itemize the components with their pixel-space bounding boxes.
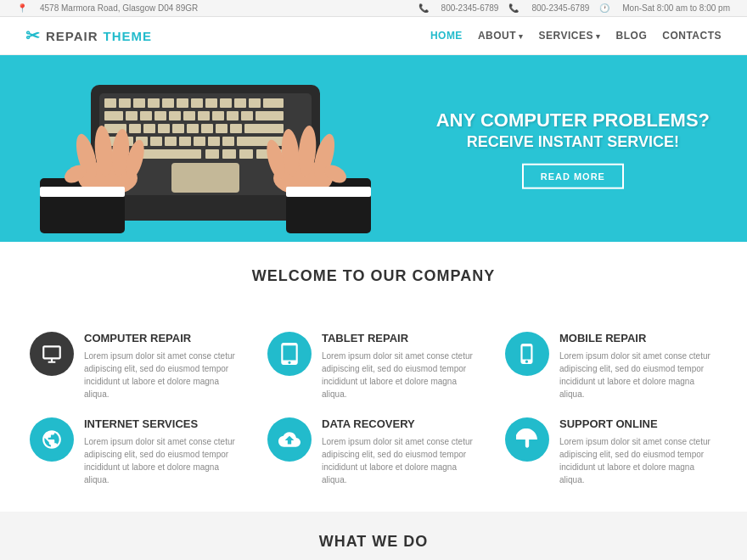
support-content: SUPPORT ONLINE Lorem ipsum dolor sit ame…: [559, 417, 717, 486]
tablet-repair-title: TABLET REPAIR: [322, 332, 480, 344]
svg-rect-18: [169, 111, 181, 120]
svg-rect-9: [205, 98, 217, 108]
welcome-section: WELCOME TO OUR COMPANY: [0, 242, 747, 323]
service-mobile-repair: MOBILE REPAIR Lorem ipsum dolor sit amet…: [501, 323, 722, 409]
svg-rect-28: [158, 124, 170, 133]
header: ✂ REPAIR THEME HOME ABOUT SERVICES BLOG …: [0, 17, 747, 55]
svg-rect-48: [239, 149, 253, 159]
svg-rect-7: [177, 98, 188, 108]
svg-rect-32: [216, 124, 227, 133]
svg-rect-2: [104, 98, 116, 108]
svg-rect-33: [230, 124, 242, 133]
computer-icon: [41, 343, 63, 365]
mobile-repair-icon-circle: [505, 332, 549, 376]
top-bar-right: 📞 800-2345-6789 📞 800-2345-6789 🕐 Mon-Sa…: [418, 3, 730, 13]
logo: ✂ REPAIR THEME: [25, 25, 152, 46]
hero-text-block: ANY COMPUTER PROBLEMS? RECEIVE INSTANT S…: [436, 109, 710, 189]
internet-text: Lorem ipsum dolor sit amet conse ctetur …: [84, 435, 242, 486]
data-recovery-text: Lorem ipsum dolor sit amet conse ctetur …: [322, 435, 480, 486]
svg-rect-6: [162, 98, 174, 108]
svg-rect-24: [256, 111, 284, 120]
svg-rect-14: [104, 111, 123, 120]
svg-rect-42: [222, 137, 234, 146]
service-support: SUPPORT ONLINE Lorem ipsum dolor sit ame…: [501, 409, 722, 495]
svg-rect-30: [187, 124, 199, 133]
support-title: SUPPORT ONLINE: [559, 417, 717, 430]
computer-repair-text: Lorem ipsum dolor sit amet conse ctetur …: [84, 350, 242, 400]
svg-rect-22: [227, 111, 239, 120]
svg-rect-34: [244, 124, 284, 133]
internet-content: INTERNET SERVICES Lorem ipsum dolor sit …: [84, 417, 242, 486]
data-recovery-content: DATA RECOVERY Lorem ipsum dolor sit amet…: [322, 417, 480, 486]
main-nav: HOME ABOUT SERVICES BLOG CONTACTS: [430, 30, 722, 42]
mobile-repair-text: Lorem ipsum dolor sit amet conse ctetur …: [559, 350, 717, 400]
svg-rect-31: [201, 124, 213, 133]
svg-rect-17: [154, 111, 166, 120]
svg-rect-20: [198, 111, 210, 120]
nav-about[interactable]: ABOUT: [478, 30, 524, 42]
svg-rect-13: [263, 98, 284, 108]
svg-rect-29: [172, 124, 184, 133]
globe-icon: [41, 428, 63, 451]
phone-text-2: 800-2345-6789: [531, 3, 589, 13]
computer-repair-title: COMPUTER REPAIR: [84, 332, 242, 344]
mobile-repair-title: MOBILE REPAIR: [559, 332, 717, 344]
svg-rect-4: [133, 98, 145, 108]
service-data-recovery: DATA RECOVERY Lorem ipsum dolor sit amet…: [263, 409, 484, 495]
svg-rect-27: [143, 124, 155, 133]
nav-contacts[interactable]: CONTACTS: [662, 30, 722, 42]
svg-rect-8: [191, 98, 203, 108]
service-tablet-repair: TABLET REPAIR Lorem ipsum dolor sit amet…: [263, 323, 484, 409]
hero-read-more-button[interactable]: Read more: [522, 163, 624, 188]
logo-icon: ✂: [25, 25, 41, 46]
hero-headline: ANY COMPUTER PROBLEMS?: [436, 109, 710, 133]
phone-text-1: 800-2345-6789: [441, 3, 499, 13]
hero-illustration: [0, 55, 411, 242]
svg-rect-16: [140, 111, 152, 120]
phone-icon-2: 📞: [508, 3, 519, 13]
svg-rect-41: [208, 137, 220, 146]
nav-home[interactable]: HOME: [430, 30, 463, 42]
internet-icon-circle: [30, 417, 74, 462]
svg-rect-46: [205, 149, 219, 159]
svg-rect-15: [126, 111, 138, 120]
logo-repair: REPAIR: [46, 29, 98, 43]
hero-subheadline: RECEIVE INSTANT SERVICE!: [436, 132, 710, 150]
svg-rect-47: [222, 149, 236, 159]
computer-repair-content: COMPUTER REPAIR Lorem ipsum dolor sit am…: [84, 332, 242, 400]
welcome-title: WELCOME TO OUR COMPANY: [25, 267, 722, 285]
service-computer-repair: COMPUTER REPAIR Lorem ipsum dolor sit am…: [25, 323, 246, 409]
logo-theme: THEME: [104, 29, 153, 43]
services-grid: COMPUTER REPAIR Lorem ipsum dolor sit am…: [0, 323, 747, 512]
svg-rect-21: [212, 111, 224, 120]
svg-rect-39: [179, 137, 191, 146]
svg-rect-50: [171, 163, 239, 193]
what-title: WHAT WE DO: [25, 533, 722, 551]
svg-rect-37: [150, 137, 162, 146]
top-bar-left: 📍 4578 Marmora Road, Glasgow D04 89GR: [17, 3, 198, 13]
svg-rect-26: [129, 124, 141, 133]
internet-title: INTERNET SERVICES: [84, 417, 242, 430]
svg-rect-11: [234, 98, 246, 108]
mobile-icon: [516, 343, 538, 365]
top-bar: 📍 4578 Marmora Road, Glasgow D04 89GR 📞 …: [0, 0, 747, 17]
svg-rect-40: [194, 137, 205, 146]
support-icon-circle: [505, 417, 549, 462]
data-recovery-icon-circle: [267, 417, 312, 462]
address-icon: 📍: [17, 3, 27, 13]
what-we-do-section: WHAT WE DO →LOREM IPSUM DOLOR SIT AMET →…: [0, 512, 747, 560]
svg-rect-12: [249, 98, 261, 108]
svg-rect-3: [119, 98, 131, 108]
data-recovery-title: DATA RECOVERY: [322, 417, 480, 430]
hours-text: Mon-Sat 8:00 am to 8:00 pm: [622, 3, 730, 13]
computer-repair-icon-circle: [30, 332, 74, 376]
svg-rect-5: [148, 98, 160, 108]
nav-blog[interactable]: BLOG: [616, 30, 648, 42]
address-text: 4578 Marmora Road, Glasgow D04 89GR: [40, 3, 198, 13]
svg-rect-66: [286, 187, 371, 197]
tablet-repair-content: TABLET REPAIR Lorem ipsum dolor sit amet…: [322, 332, 480, 400]
nav-services[interactable]: SERVICES: [539, 30, 601, 42]
svg-rect-19: [183, 111, 195, 120]
hero-section: ANY COMPUTER PROBLEMS? RECEIVE INSTANT S…: [0, 55, 747, 242]
tablet-repair-text: Lorem ipsum dolor sit amet conse ctetur …: [322, 350, 480, 400]
